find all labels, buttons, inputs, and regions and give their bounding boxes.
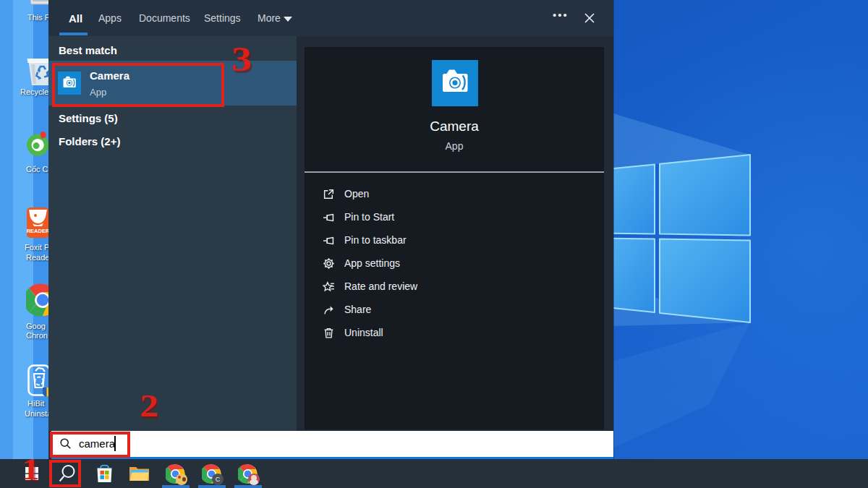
- svg-text:READER: READER: [27, 228, 49, 234]
